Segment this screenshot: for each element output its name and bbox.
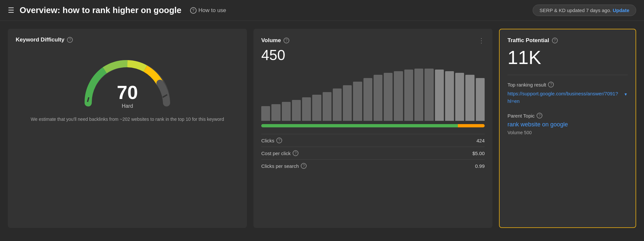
cpc-help-icon[interactable]: ? [293, 150, 298, 156]
bar-item [445, 71, 454, 121]
parent-topic-link[interactable]: rank website on google [507, 121, 628, 128]
volume-card: Volume ? ⋮ 450 Clicks ? 424 Cost per cli… [253, 29, 492, 228]
bar-item [455, 73, 464, 121]
bar-item [414, 69, 423, 121]
bar-item [394, 71, 403, 121]
how-to-use-label: How to use [199, 7, 226, 14]
clicks-row: Clicks ? 424 [261, 134, 485, 147]
volume-title: Volume [261, 37, 281, 44]
hamburger-icon[interactable]: ☰ [8, 6, 14, 15]
kd-card-header: Keyword Difficulty ? [16, 37, 73, 43]
top-result-link[interactable]: https://support.google.com/business/answ… [507, 90, 628, 105]
bar-chart [261, 69, 485, 121]
bar-item [312, 95, 321, 121]
bar-item [292, 100, 301, 121]
bar-item [363, 78, 372, 121]
gauge-container: 70 Hard [82, 52, 173, 108]
progress-bar [261, 124, 485, 127]
kd-title: Keyword Difficulty [16, 37, 64, 43]
update-badge-text: SERP & KD updated 7 days ago. [539, 8, 611, 13]
bar-item [261, 106, 270, 121]
bar-item [323, 92, 331, 121]
parent-topic-help-icon[interactable]: ? [537, 113, 542, 119]
main-content: Keyword Difficulty ? 70 [0, 21, 644, 236]
parent-topic-volume: Volume 500 [507, 130, 628, 135]
bar-item [343, 85, 352, 121]
bar-item [465, 75, 474, 121]
cps-value: 0.99 [475, 163, 485, 169]
bar-item [302, 97, 311, 121]
bar-item [282, 102, 291, 121]
bar-item [333, 88, 342, 121]
bar-item [435, 70, 444, 121]
cps-help-icon[interactable]: ? [301, 163, 307, 169]
volume-help-icon[interactable]: ? [283, 38, 289, 43]
dropdown-arrow-icon: ▼ [624, 91, 628, 97]
bar-item [425, 69, 433, 121]
cps-label: Clicks per search ? [261, 163, 307, 169]
volume-menu-icon[interactable]: ⋮ [478, 37, 485, 44]
top-ranking-label: Top ranking result ? [507, 82, 628, 88]
update-link[interactable]: Update [613, 8, 629, 13]
tp-card-header: Traffic Potential ? [507, 37, 628, 44]
progress-orange [458, 124, 485, 127]
clicks-help-icon[interactable]: ? [276, 137, 282, 143]
volume-value: 450 [261, 47, 485, 63]
bar-item [384, 73, 393, 121]
help-circle-icon: ? [190, 7, 197, 14]
header: ☰ Overview: how to rank higher on google… [0, 0, 644, 21]
bar-item [374, 75, 382, 121]
kd-description: We estimate that you'll need backlinks f… [27, 116, 227, 123]
kd-score: 70 [117, 83, 138, 102]
page-title: Overview: how to rank higher on google [20, 5, 182, 15]
top-ranking-help-icon[interactable]: ? [548, 82, 554, 88]
clicks-value: 424 [476, 138, 485, 143]
progress-green [261, 124, 458, 127]
update-badge: SERP & KD updated 7 days ago. Update [533, 5, 636, 16]
bar-item [476, 78, 485, 121]
bar-item [404, 70, 413, 121]
tp-title: Traffic Potential [507, 37, 549, 44]
traffic-potential-card: Traffic Potential ? 11K Top ranking resu… [499, 29, 636, 228]
bar-item [271, 104, 280, 121]
cpc-row: Cost per click ? $5.00 [261, 147, 485, 159]
how-to-use-button[interactable]: ? How to use [187, 5, 230, 16]
clicks-label: Clicks ? [261, 137, 282, 143]
tp-help-icon[interactable]: ? [552, 38, 558, 43]
cpc-value: $5.00 [472, 151, 485, 156]
cps-row: Clicks per search ? 0.99 [261, 159, 485, 172]
volume-card-header: Volume ? ⋮ [261, 37, 485, 44]
keyword-difficulty-card: Keyword Difficulty ? 70 [8, 29, 247, 228]
cpc-label: Cost per click ? [261, 150, 298, 156]
kd-difficulty-label: Hard [122, 103, 133, 109]
bar-item [353, 82, 362, 121]
tp-value: 11K [507, 46, 628, 75]
parent-topic-label: Parent Topic ? [507, 113, 628, 119]
top-result-url: https://support.google.com/business/answ… [507, 90, 622, 105]
kd-help-icon[interactable]: ? [67, 37, 73, 43]
